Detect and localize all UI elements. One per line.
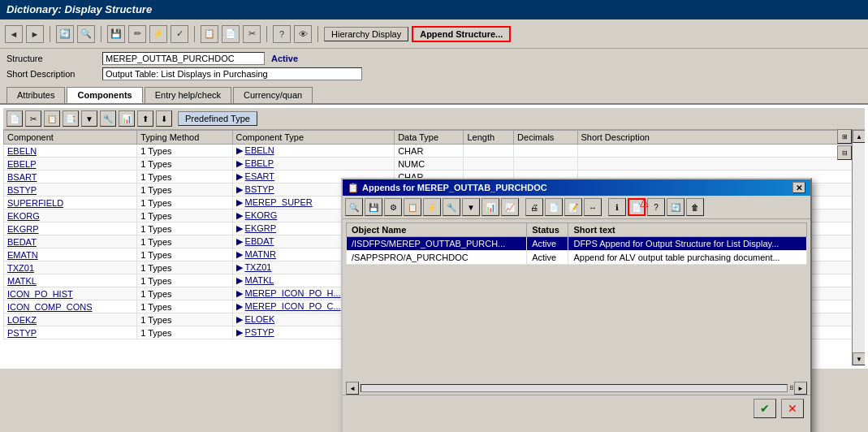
edit-btn[interactable]: ✏	[128, 25, 146, 43]
tab-entry-help[interactable]: Entry help/check	[145, 87, 231, 103]
comp-type-link[interactable]: TXZ01	[244, 262, 271, 272]
comp-btn-4[interactable]: 📑	[63, 110, 79, 127]
comp-btn-6[interactable]: 🔧	[100, 110, 116, 127]
scroll-up[interactable]: ▲	[853, 130, 865, 143]
comp-btn-2[interactable]: ✂	[25, 110, 41, 127]
table-row[interactable]: EBELP1 Types▶ EBELPNUMC	[4, 158, 865, 171]
modal-btn-4[interactable]: 📋	[404, 198, 421, 216]
modal-btn-3[interactable]: ⚙	[384, 198, 402, 216]
component-link[interactable]: BSTYP	[7, 185, 37, 195]
refresh-btn[interactable]: 🔄	[56, 25, 74, 43]
append-structure-btn[interactable]: Append Structure...	[412, 26, 511, 42]
modal-scroll-left[interactable]: ◄	[346, 382, 359, 395]
component-link[interactable]: SUPERFIELD	[7, 198, 63, 208]
table-row[interactable]: EBELN1 Types▶ EBELNCHAR	[4, 145, 865, 158]
tab-components[interactable]: Components	[67, 87, 142, 103]
short-desc-input[interactable]	[102, 67, 362, 80]
comp-btn-9[interactable]: ⬇	[156, 110, 172, 127]
activate-btn[interactable]: ⚡	[149, 25, 167, 43]
copy-btn[interactable]: 📋	[201, 25, 218, 43]
modal-btn-refresh[interactable]: 🔄	[667, 198, 684, 216]
modal-ok-btn[interactable]: ✔	[754, 399, 776, 418]
modal-btn-6[interactable]: 🔧	[443, 198, 460, 216]
scrollbar-vertical[interactable]: ▲ ▼	[852, 130, 865, 365]
scroll-track[interactable]	[853, 143, 865, 352]
table-cell: 1 Types	[137, 197, 232, 210]
comp-type-link[interactable]: MATKL	[245, 275, 274, 285]
comp-btn-5[interactable]: ▼	[81, 110, 97, 127]
modal-row-2[interactable]: /SAPPSPRO/A_PURCHDOC Active Append for A…	[347, 251, 807, 265]
modal-btn-save[interactable]: 💾	[365, 198, 382, 216]
cut-btn[interactable]: ✂	[243, 25, 261, 43]
hierarchy-display-btn[interactable]: Hierarchy Display	[324, 27, 408, 41]
check-btn[interactable]: ✓	[171, 25, 188, 43]
component-link[interactable]: EMATN	[7, 250, 38, 260]
comp-type-link[interactable]: PSTYP	[245, 327, 274, 337]
forward-btn[interactable]: ►	[26, 25, 44, 43]
component-link[interactable]: BEDAT	[7, 237, 37, 247]
comp-btn-8[interactable]: ⬆	[137, 110, 153, 127]
modal-btn-search[interactable]: 🔍	[345, 198, 363, 216]
modal-btn-12[interactable]: 📝	[564, 198, 582, 216]
comp-type-link[interactable]: MATNR	[245, 249, 276, 259]
component-link[interactable]: EKGRP	[7, 224, 39, 234]
predefined-type-btn[interactable]: Predefined Type	[178, 111, 257, 126]
modal-cancel-btn[interactable]: ✕	[781, 399, 804, 418]
right-btn-2[interactable]: ⊟	[837, 145, 852, 160]
comp-type-link[interactable]: EKORG	[245, 210, 278, 220]
component-link[interactable]: LOEKZ	[7, 315, 37, 325]
comp-type-link[interactable]: EBDAT	[245, 236, 274, 246]
modal-cell-name-1: /ISDFPS/MEREP_OUTTAB_PURCH...	[347, 237, 527, 251]
modal-row-1[interactable]: /ISDFPS/MEREP_OUTTAB_PURCH... Active DFP…	[347, 237, 807, 251]
display-btn[interactable]: 👁	[294, 25, 312, 43]
tab-currency[interactable]: Currency/quan	[233, 87, 313, 103]
tab-attributes[interactable]: Attributes	[6, 87, 65, 103]
search-btn[interactable]: 🔍	[77, 25, 95, 43]
component-link[interactable]: EKORG	[7, 211, 40, 221]
comp-type-link[interactable]: EKGRP	[245, 223, 277, 233]
modal-scroll-right[interactable]: ►	[794, 382, 807, 395]
modal-btn-5[interactable]: ⚡	[423, 198, 441, 216]
component-link[interactable]: EBELP	[7, 159, 36, 169]
component-link[interactable]: BSART	[7, 172, 37, 182]
comp-type-link[interactable]: MEREP_ICON_PO_C...	[245, 301, 341, 311]
paste-btn[interactable]: 📄	[222, 25, 240, 43]
save-btn[interactable]: 💾	[107, 25, 125, 43]
comp-btn-3[interactable]: 📋	[44, 110, 60, 127]
component-link[interactable]: ICON_COMP_CONS	[7, 302, 93, 312]
where-used-btn[interactable]: ?	[273, 25, 291, 43]
structure-input[interactable]	[102, 52, 265, 65]
modal-btn-info[interactable]: ℹ	[608, 198, 626, 216]
comp-type-link[interactable]: EBELP	[245, 158, 274, 168]
modal-btn-9[interactable]: 📈	[501, 198, 519, 216]
col-short-desc: Short Description	[577, 131, 864, 145]
modal-btn-delete[interactable]: 🗑	[686, 198, 704, 216]
col-data-type: Data Type	[395, 131, 464, 145]
component-link[interactable]: ICON_PO_HIST	[7, 289, 73, 299]
comp-type-link[interactable]: ESART	[245, 171, 274, 181]
comp-type-link[interactable]: MEREP_SUPER	[245, 197, 313, 207]
component-link[interactable]: PSTYP	[7, 328, 37, 338]
comp-type-link[interactable]: MEREP_ICON_PO_H...	[245, 288, 341, 298]
scroll-down[interactable]: ▼	[853, 352, 865, 365]
modal-btn-8[interactable]: 📊	[482, 198, 499, 216]
modal-scroll-h[interactable]: ◄ ⠿ ►	[346, 382, 807, 395]
component-link[interactable]: TXZ01	[7, 263, 34, 273]
component-link[interactable]: EBELN	[7, 146, 37, 156]
modal-btn-help[interactable]: ?	[647, 198, 665, 216]
comp-btn-1[interactable]: 📄	[6, 110, 23, 127]
comp-type-link[interactable]: BSTYP	[245, 184, 274, 194]
component-link[interactable]: MATKL	[7, 276, 37, 286]
modal-btn-13[interactable]: ↔	[584, 198, 602, 216]
comp-type-link[interactable]: EBELN	[245, 145, 274, 155]
back-btn[interactable]: ◄	[5, 25, 23, 43]
modal-btn-filter[interactable]: ▼	[462, 198, 480, 216]
comp-btn-7[interactable]: 📊	[119, 110, 135, 127]
modal-btn-new[interactable]: △📄	[628, 198, 646, 216]
modal-close-btn[interactable]: ✕	[792, 182, 805, 193]
modal-btn-print[interactable]: 🖨	[525, 198, 543, 216]
modal-scroll-track-h[interactable]	[361, 384, 788, 392]
comp-type-link[interactable]: ELOEK	[245, 314, 275, 324]
modal-btn-11[interactable]: 📄	[545, 198, 563, 216]
right-btn-1[interactable]: ⊞	[837, 129, 852, 144]
